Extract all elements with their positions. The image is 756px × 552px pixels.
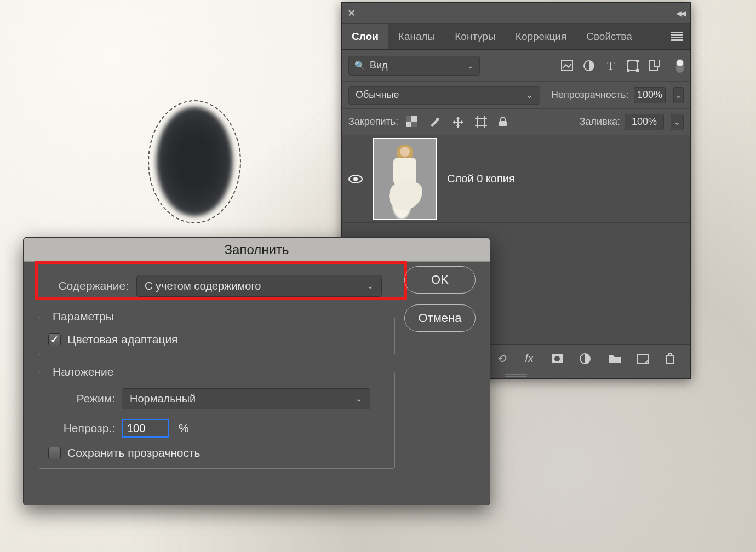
smartobject-icon[interactable] <box>649 60 661 72</box>
preserve-transparency-label: Сохранить прозрачность <box>67 446 200 459</box>
artboard-lock-icon[interactable] <box>475 116 487 128</box>
chevron-down-icon: ⌄ <box>356 394 362 403</box>
svg-rect-11 <box>411 122 417 127</box>
chevron-down-icon: ⌄ <box>467 61 474 70</box>
shape-icon[interactable] <box>627 60 639 72</box>
blending-fieldset: Наложение Режим: Нормальный ⌄ Непрозр.: … <box>39 365 395 469</box>
tab-layers[interactable]: Слои <box>342 24 388 49</box>
preserve-transparency-checkbox[interactable] <box>48 447 61 459</box>
group-icon[interactable] <box>608 354 621 364</box>
chevron-down-icon: ⌄ <box>675 91 681 100</box>
parameters-legend: Параметры <box>48 310 118 323</box>
dialog-title[interactable]: Заполнить <box>24 238 490 262</box>
cancel-button[interactable]: Отмена <box>404 304 476 332</box>
blend-mode-select[interactable]: Обычные ⌄ <box>348 86 540 105</box>
mask-icon[interactable] <box>551 354 564 364</box>
collapse-icon[interactable]: ◀◀ <box>676 9 685 18</box>
visibility-icon[interactable] <box>348 174 363 184</box>
opacity-input[interactable] <box>122 419 169 438</box>
pixels-lock-icon[interactable] <box>406 116 418 128</box>
svg-rect-5 <box>627 69 629 72</box>
blend-row: Обычные ⌄ Непрозрачность: 100% ⌄ <box>342 82 690 109</box>
svg-rect-21 <box>667 356 673 364</box>
fill-value[interactable]: 100% <box>625 114 664 130</box>
close-icon[interactable]: ✕ <box>347 7 356 19</box>
color-adaptation-checkbox[interactable] <box>48 334 61 346</box>
filter-row: 🔍 Вид ⌄ T <box>342 50 690 82</box>
layer-name[interactable]: Слой 0 копия <box>447 173 515 185</box>
opacity-label: Непрозрачность: <box>551 89 628 101</box>
svg-point-18 <box>554 356 560 361</box>
type-icon[interactable]: T <box>605 59 617 73</box>
image-icon[interactable] <box>561 60 573 71</box>
svg-rect-8 <box>654 60 660 66</box>
filter-toggle[interactable] <box>676 59 684 73</box>
fx-icon[interactable]: fx <box>523 352 536 365</box>
opacity-value[interactable]: 100% <box>634 87 665 104</box>
svg-rect-10 <box>406 116 411 122</box>
percent-label: % <box>179 422 189 435</box>
opacity-label: Непрозр.: <box>48 422 115 435</box>
svg-rect-14 <box>499 121 507 127</box>
fill-label: Заливка: <box>580 116 620 128</box>
chevron-down-icon: ⌄ <box>526 91 533 100</box>
selection-marquee <box>148 100 241 223</box>
color-adaptation-label: Цветовая адаптация <box>67 333 177 346</box>
chevron-down-icon: ⌄ <box>674 118 680 127</box>
panel-header[interactable]: ✕ ◀◀ <box>342 3 690 24</box>
mode-value: Нормальный <box>130 393 196 405</box>
lock-icons <box>406 116 510 128</box>
brush-lock-icon[interactable] <box>429 116 441 128</box>
opacity-chevron[interactable]: ⌄ <box>673 87 684 104</box>
adjustlayer-icon[interactable] <box>580 353 593 364</box>
menu-icon <box>671 32 683 41</box>
tab-label: Слои <box>352 31 379 43</box>
highlight-annotation <box>35 261 407 300</box>
tab-label: Коррекция <box>516 31 566 43</box>
tab-properties[interactable]: Свойства <box>576 24 642 49</box>
lock-label: Закрепить: <box>348 116 398 128</box>
fill-dialog: Заполнить Содержание: С учетом содержимо… <box>23 237 490 505</box>
tab-label: Свойства <box>586 31 632 43</box>
layer-thumbnail[interactable] <box>373 138 437 220</box>
link-icon[interactable]: ⟲ <box>494 352 507 365</box>
mode-select[interactable]: Нормальный ⌄ <box>122 388 370 409</box>
panel-menu-button[interactable] <box>663 24 690 49</box>
tab-paths[interactable]: Контуры <box>445 24 506 49</box>
panel-tabs: Слои Каналы Контуры Коррекция Свойства <box>342 24 690 50</box>
svg-rect-6 <box>636 69 639 72</box>
tab-label: Каналы <box>398 31 435 43</box>
layer-filter-select[interactable]: 🔍 Вид ⌄ <box>348 56 480 76</box>
blend-mode-value: Обычные <box>356 89 399 101</box>
filter-label: Вид <box>370 60 388 71</box>
all-lock-icon[interactable] <box>498 116 510 128</box>
mode-label: Режим: <box>48 392 115 405</box>
svg-rect-3 <box>627 60 629 62</box>
svg-point-12 <box>436 118 439 121</box>
adjustment-icon[interactable] <box>583 60 595 72</box>
tab-adjustments[interactable]: Коррекция <box>506 24 576 49</box>
position-lock-icon[interactable] <box>452 116 464 128</box>
filter-icons: T <box>561 59 684 73</box>
layer-row[interactable]: Слой 0 копия <box>342 135 690 223</box>
svg-rect-13 <box>477 118 485 126</box>
lock-row: Закрепить: Заливка: 100% ⌄ <box>342 109 690 135</box>
tab-channels[interactable]: Каналы <box>388 24 445 49</box>
newlayer-icon[interactable] <box>637 354 650 364</box>
trash-icon[interactable] <box>665 353 678 365</box>
svg-rect-4 <box>636 60 639 62</box>
ok-button[interactable]: OK <box>404 266 476 294</box>
fill-chevron[interactable]: ⌄ <box>671 114 684 130</box>
parameters-fieldset: Параметры Цветовая адаптация <box>39 310 395 355</box>
tab-label: Контуры <box>455 31 496 43</box>
blending-legend: Наложение <box>48 365 118 378</box>
svg-point-16 <box>353 177 358 181</box>
search-icon: 🔍 <box>354 60 365 71</box>
